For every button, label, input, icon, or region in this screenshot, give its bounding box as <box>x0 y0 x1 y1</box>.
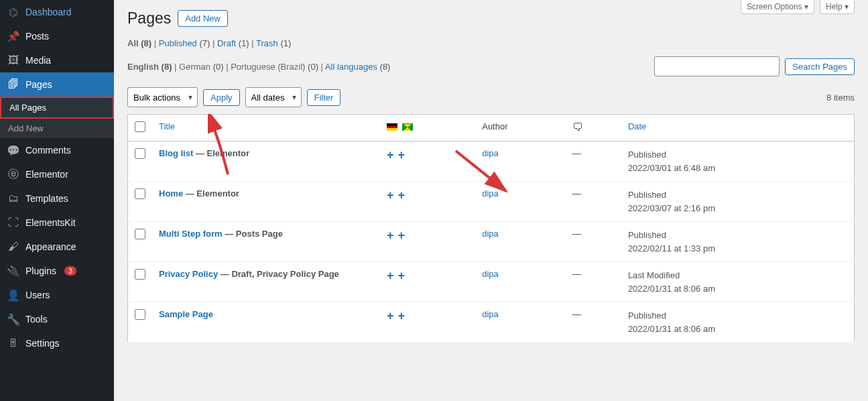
dates-select[interactable]: All dates <box>245 87 302 107</box>
add-translation-de-icon[interactable]: + <box>387 309 394 323</box>
sidebar-item-users[interactable]: 👤Users <box>0 283 114 307</box>
add-new-button[interactable]: Add New <box>178 10 228 27</box>
add-translation-br-icon[interactable]: + <box>398 229 406 242</box>
row-meta: — Posts Page <box>223 229 283 239</box>
top-tabs: Screen Options ▾ Help ▾ <box>741 0 855 14</box>
table-row: Blog list — Elementor ++ dipa — Publishe… <box>128 141 855 182</box>
sidebar-item-comments[interactable]: 💬Comments <box>0 138 114 162</box>
submenu-add-new[interactable]: Add New <box>0 119 114 138</box>
search-input[interactable] <box>654 56 780 76</box>
author-link[interactable]: dipa <box>482 148 499 158</box>
table-row: Sample Page ++ dipa — Published2022/01/3… <box>128 302 855 343</box>
date-cell: Published2022/03/01 at 6:48 am <box>621 141 855 182</box>
filter-all[interactable]: All (8) <box>127 38 151 48</box>
row-meta: — Elementor <box>193 148 249 158</box>
flag-br-icon[interactable] <box>402 123 413 131</box>
date-cell: Published2022/01/31 at 8:06 am <box>621 302 855 343</box>
admin-sidebar: ⌬Dashboard 📌Posts 🖾Media 🗐Pages All Page… <box>0 0 114 401</box>
sidebar-item-dashboard[interactable]: ⌬Dashboard <box>0 0 114 24</box>
filter-draft[interactable]: Draft (1) <box>217 38 249 48</box>
add-translation-de-icon[interactable]: + <box>387 269 394 282</box>
row-title-link[interactable]: Blog list <box>159 148 193 158</box>
row-meta: — Draft, Privacy Policy Page <box>218 269 339 279</box>
templates-icon: 🗂 <box>7 192 20 205</box>
main-content: Screen Options ▾ Help ▾ Pages Add New Al… <box>114 0 868 401</box>
row-checkbox[interactable] <box>135 188 145 199</box>
table-row: Privacy Policy — Draft, Privacy Policy P… <box>128 262 855 302</box>
lang-english[interactable]: English (8) <box>127 62 172 72</box>
sidebar-item-appearance[interactable]: 🖌Appearance <box>0 235 114 259</box>
row-checkbox[interactable] <box>135 309 145 320</box>
sidebar-item-settings[interactable]: 🎚Settings <box>0 331 114 355</box>
search-pages-button[interactable]: Search Pages <box>785 58 855 75</box>
lang-all[interactable]: All languages (8) <box>325 62 391 72</box>
row-checkbox[interactable] <box>135 269 145 280</box>
date-cell: Published2022/03/07 at 2:16 pm <box>621 182 855 222</box>
add-translation-de-icon[interactable]: + <box>387 229 394 242</box>
gauge-icon: ⌬ <box>7 5 20 19</box>
user-icon: 👤 <box>7 288 20 302</box>
sidebar-item-elementor[interactable]: ⓔElementor <box>0 162 114 186</box>
brush-icon: 🖌 <box>7 240 20 253</box>
row-checkbox[interactable] <box>135 148 145 159</box>
apply-button[interactable]: Apply <box>203 89 240 106</box>
title-column-header[interactable]: Title <box>159 121 175 131</box>
comments-cell: — <box>566 222 621 262</box>
screen-options-tab[interactable]: Screen Options ▾ <box>741 0 814 14</box>
comment-icon: 💬 <box>7 144 20 157</box>
add-translation-br-icon[interactable]: + <box>398 309 406 323</box>
add-translation-de-icon[interactable]: + <box>387 188 394 202</box>
help-tab[interactable]: Help ▾ <box>820 0 855 14</box>
filter-published[interactable]: Published (7) <box>159 38 210 48</box>
date-cell: Last Modified2022/01/31 at 8:06 am <box>621 262 855 302</box>
sidebar-item-elementskit[interactable]: ⛶ElementsKit <box>0 211 114 235</box>
author-column-header: Author <box>482 121 507 131</box>
row-meta: — Elementor <box>183 188 239 198</box>
search-box: Search Pages <box>654 56 855 76</box>
add-translation-de-icon[interactable]: + <box>387 148 394 162</box>
comments-cell: — <box>566 141 621 182</box>
lang-portuguese[interactable]: Portuguese (Brazil) (0) <box>231 62 318 72</box>
bulk-actions-select[interactable]: Bulk actions <box>127 87 198 107</box>
actions-row: Bulk actions Apply All dates Filter 8 it… <box>127 80 855 114</box>
comments-column-icon: 🗨 <box>572 121 583 133</box>
plugins-badge: 3 <box>64 266 76 276</box>
comments-cell: — <box>566 182 621 222</box>
author-link[interactable]: dipa <box>482 229 499 239</box>
filter-trash[interactable]: Trash (1) <box>256 38 291 48</box>
select-all-checkbox[interactable] <box>135 121 145 132</box>
row-title-link[interactable]: Home <box>159 188 183 198</box>
add-translation-br-icon[interactable]: + <box>398 148 406 162</box>
row-checkbox[interactable] <box>135 229 145 239</box>
submenu-all-pages[interactable]: All Pages <box>0 97 114 119</box>
sidebar-item-posts[interactable]: 📌Posts <box>0 24 114 48</box>
table-row: Multi Step form — Posts Page ++ dipa — P… <box>128 222 855 262</box>
sidebar-item-media[interactable]: 🖾Media <box>0 48 114 72</box>
filter-button[interactable]: Filter <box>307 89 341 106</box>
add-translation-br-icon[interactable]: + <box>398 188 406 202</box>
row-title-link[interactable]: Sample Page <box>159 309 213 319</box>
row-title-link[interactable]: Multi Step form <box>159 229 223 239</box>
author-link[interactable]: dipa <box>482 188 499 198</box>
sidebar-item-templates[interactable]: 🗂Templates <box>0 186 114 211</box>
lang-filters-row: English (8) | German (0) | Portuguese (B… <box>127 52 855 80</box>
author-link[interactable]: dipa <box>482 269 499 279</box>
comments-cell: — <box>566 262 621 302</box>
wrench-icon: 🔧 <box>7 312 20 326</box>
sidebar-item-plugins[interactable]: 🔌Plugins3 <box>0 259 114 283</box>
date-column-header[interactable]: Date <box>628 121 646 131</box>
sidebar-item-pages[interactable]: 🗐Pages <box>0 72 114 97</box>
add-translation-br-icon[interactable]: + <box>398 269 406 282</box>
sidebar-item-tools[interactable]: 🔧Tools <box>0 307 114 331</box>
pages-table: Title Author 🗨 Date Blog list — Elemento… <box>127 114 855 343</box>
row-title-link[interactable]: Privacy Policy <box>159 269 218 279</box>
date-cell: Published2022/02/11 at 1:33 pm <box>621 222 855 262</box>
lang-german[interactable]: German (0) <box>179 62 223 72</box>
pages-submenu: All Pages Add New <box>0 97 114 138</box>
author-link[interactable]: dipa <box>482 309 499 319</box>
flag-de-icon[interactable] <box>387 123 397 131</box>
table-row: Home — Elementor ++ dipa — Published2022… <box>128 182 855 222</box>
page-title: Pages <box>127 9 171 27</box>
elementskit-icon: ⛶ <box>7 216 20 229</box>
status-filters: All (8) | Published (7) | Draft (1) | Tr… <box>127 34 855 52</box>
